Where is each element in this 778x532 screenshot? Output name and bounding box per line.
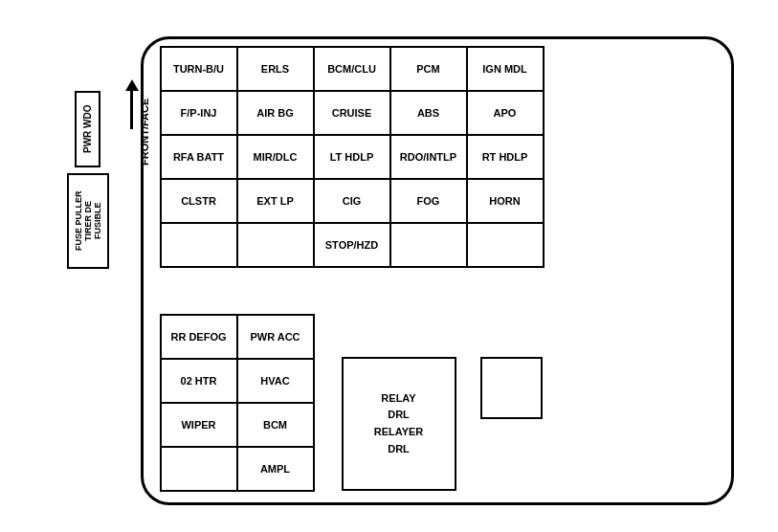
arrow-head xyxy=(125,79,139,91)
arrow-shaft xyxy=(130,91,133,129)
cell-fog: FOG xyxy=(390,179,467,223)
table-row: WIPER BCM xyxy=(161,403,314,447)
relay-drl-box: RELAYDRLRELAYERDRL xyxy=(342,357,456,491)
cell-abs: ABS xyxy=(390,91,467,135)
cell-empty-4 xyxy=(467,223,544,267)
cell-mir-dlc: MIR/DLC xyxy=(237,135,314,179)
table-row: TURN-B/U ERLS BCM/CLU PCM IGN MDL xyxy=(161,47,544,91)
table-row: 02 HTR HVAC xyxy=(161,359,314,403)
fuse-puller-label: FUSE PULLERTIRER DEFUSIBLE xyxy=(67,173,109,269)
cell-pwr-acc: PWR ACC xyxy=(237,315,314,359)
fuse-diagram: PWR WDO FUSE PULLERTIRER DEFUSIBLE FRONT… xyxy=(26,17,753,515)
cell-02-htr: 02 HTR xyxy=(161,359,237,403)
cell-bcm: BCM xyxy=(237,403,314,447)
cell-apo: APO xyxy=(467,91,544,135)
table-row: CLSTR EXT LP CIG FOG HORN xyxy=(161,179,544,223)
cell-wiper: WIPER xyxy=(161,403,237,447)
cell-turn-bu: TURN-B/U xyxy=(161,47,237,91)
pwr-wdo-label: PWR WDO xyxy=(75,91,100,167)
table-row: RFA BATT MIR/DLC LT HDLP RDO/INTLP RT HD… xyxy=(161,135,544,179)
cell-empty-3 xyxy=(390,223,467,267)
cell-cruise: CRUISE xyxy=(314,91,390,135)
table-row: AMPL xyxy=(161,447,314,491)
cell-air-bg: AIR BG xyxy=(237,91,314,135)
small-box xyxy=(480,357,543,419)
arrow-up xyxy=(125,79,139,129)
cell-rr-defog: RR DEFOG xyxy=(161,315,237,359)
cell-hvac: HVAC xyxy=(237,359,314,403)
table-row: RR DEFOG PWR ACC xyxy=(161,315,314,359)
bottom-grid: RR DEFOG PWR ACC 02 HTR HVAC WIPER BCM A… xyxy=(160,314,315,492)
cell-stop-hzd: STOP/HZD xyxy=(314,223,390,267)
table-row: F/P-INJ AIR BG CRUISE ABS APO xyxy=(161,91,544,135)
cell-clstr: CLSTR xyxy=(161,179,237,223)
cell-ext-lp: EXT LP xyxy=(237,179,314,223)
cell-ampl: AMPL xyxy=(237,447,314,491)
cell-pcm: PCM xyxy=(390,47,467,91)
cell-empty-2 xyxy=(237,223,314,267)
cell-rfa-batt: RFA BATT xyxy=(161,135,237,179)
cell-fp-inj: F/P-INJ xyxy=(161,91,237,135)
cell-rt-hdlp: RT HDLP xyxy=(467,135,544,179)
cell-empty-b1 xyxy=(161,447,237,491)
bottom-section: RR DEFOG PWR ACC 02 HTR HVAC WIPER BCM A… xyxy=(160,314,315,492)
cell-erls: ERLS xyxy=(237,47,314,91)
cell-ign-mdl: IGN MDL xyxy=(467,47,544,91)
front-face-label: FRONT/FACE xyxy=(139,75,150,189)
cell-rdo-intlp: RDO/INTLP xyxy=(390,135,467,179)
relay-drl-text: RELAYDRLRELAYERDRL xyxy=(374,390,424,457)
cell-lt-hdlp: LT HDLP xyxy=(314,135,390,179)
cell-horn: HORN xyxy=(467,179,544,223)
cell-cig: CIG xyxy=(314,179,390,223)
cell-bcm-clu: BCM/CLU xyxy=(314,47,390,91)
cell-empty-1 xyxy=(161,223,237,267)
table-row: STOP/HZD xyxy=(161,223,544,267)
main-grid: TURN-B/U ERLS BCM/CLU PCM IGN MDL F/P-IN… xyxy=(160,46,545,268)
